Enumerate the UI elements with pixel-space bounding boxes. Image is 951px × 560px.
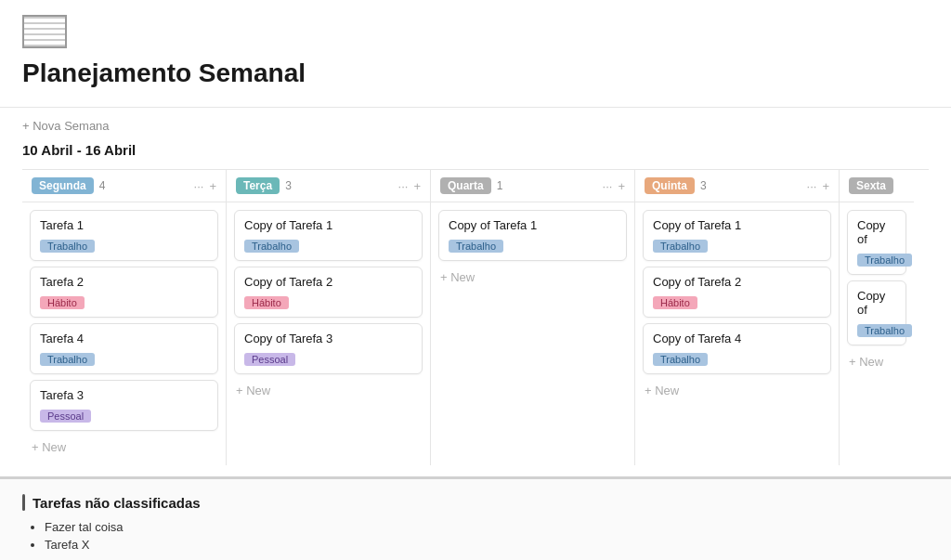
task-card[interactable]: Copy of Tarefa 2Hábito [234, 267, 423, 318]
add-new-btn-segunda[interactable]: + New [30, 436, 218, 458]
task-tag: Trabalho [857, 254, 912, 267]
add-new-btn-quinta[interactable]: + New [643, 380, 831, 401]
col-add-terça[interactable]: + [413, 179, 421, 193]
unclassified-item: Tarefa X [45, 538, 929, 552]
column-header-segunda: Segunda4···+ [22, 170, 226, 202]
task-card[interactable]: Copy of Tarefa 1Trabalho [438, 210, 627, 261]
task-tag: Hábito [244, 296, 289, 309]
column-body-quarta: Copy of Tarefa 1Trabalho+ New [431, 202, 634, 295]
task-name: Tarefa 4 [40, 332, 208, 345]
task-card[interactable]: Copy ofTrabalho [847, 280, 906, 345]
task-name: Copy of Tarefa 1 [449, 218, 617, 232]
col-add-segunda[interactable]: + [209, 179, 216, 193]
day-badge-terça: Terça [236, 177, 280, 194]
column-terça: Terça3···+Copy of Tarefa 1TrabalhoCopy o… [227, 170, 431, 465]
task-name: Copy of Tarefa 1 [244, 218, 412, 232]
column-body-segunda: Tarefa 1TrabalhoTarefa 2HábitoTarefa 4Tr… [22, 202, 226, 465]
day-count-quinta: 3 [700, 179, 801, 192]
column-header-quarta: Quarta1···+ [431, 170, 634, 202]
day-count-segunda: 4 [99, 179, 189, 192]
task-tag: Trabalho [857, 324, 912, 337]
task-tag: Trabalho [653, 353, 708, 366]
add-new-btn-sexta[interactable]: + New [847, 351, 906, 372]
col-actions-quarta: ···+ [603, 179, 625, 193]
column-body-quinta: Copy of Tarefa 1TrabalhoCopy of Tarefa 2… [635, 202, 839, 409]
add-new-btn-terça[interactable]: + New [234, 380, 423, 401]
add-week-button[interactable]: + Nova Semana [22, 119, 929, 133]
task-card[interactable]: Tarefa 3Pessoal [30, 380, 218, 431]
column-quinta: Quinta3···+Copy of Tarefa 1TrabalhoCopy … [635, 170, 840, 465]
page-title: Planejamento Semanal [22, 59, 929, 88]
task-name: Copy of [857, 218, 896, 246]
columns-container: Segunda4···+Tarefa 1TrabalhoTarefa 2Hábi… [22, 169, 929, 465]
unclassified-header: Tarefas não classificadas [22, 494, 929, 511]
task-tag: Trabalho [244, 240, 299, 253]
col-menu-terça[interactable]: ··· [398, 179, 409, 193]
page-header: Planejamento Semanal [0, 0, 951, 108]
column-header-terça: Terça3···+ [227, 170, 430, 202]
col-add-quarta[interactable]: + [618, 179, 625, 193]
task-tag: Trabalho [40, 353, 95, 366]
column-body-terça: Copy of Tarefa 1TrabalhoCopy of Tarefa 2… [227, 202, 430, 409]
task-card[interactable]: Tarefa 4Trabalho [30, 323, 218, 374]
task-name: Copy of [857, 289, 896, 317]
column-segunda: Segunda4···+Tarefa 1TrabalhoTarefa 2Hábi… [22, 170, 227, 465]
day-badge-quinta: Quinta [645, 177, 695, 194]
task-card[interactable]: Tarefa 2Hábito [30, 267, 218, 318]
task-name: Tarefa 3 [40, 388, 208, 402]
col-menu-segunda[interactable]: ··· [194, 179, 204, 193]
task-name: Copy of Tarefa 2 [653, 275, 821, 289]
column-body-sexta: Copy ofTrabalhoCopy ofTrabalho+ New [840, 202, 914, 380]
task-name: Copy of Tarefa 3 [244, 332, 412, 345]
main-content: + Nova Semana 10 Abril - 16 Abril Segund… [0, 108, 951, 476]
col-actions-terça: ···+ [398, 179, 421, 193]
task-card[interactable]: Copy of Tarefa 3Pessoal [234, 323, 423, 374]
task-card[interactable]: Tarefa 1Trabalho [30, 210, 218, 261]
task-tag: Pessoal [244, 353, 295, 366]
column-header-sexta: Sexta [840, 170, 914, 202]
day-badge-quarta: Quarta [440, 177, 491, 194]
col-actions-quinta: ···+ [807, 179, 829, 193]
day-count-quarta: 1 [497, 179, 597, 192]
bottom-section: Tarefas não classificadas Fazer tal cois… [0, 476, 951, 560]
unclassified-item: Fazer tal coisa [45, 520, 929, 534]
task-card[interactable]: Copy ofTrabalho [847, 210, 906, 275]
task-name: Tarefa 1 [40, 218, 208, 232]
task-tag: Trabalho [40, 240, 95, 253]
day-badge-segunda: Segunda [32, 177, 94, 194]
task-card[interactable]: Copy of Tarefa 4Trabalho [643, 323, 831, 374]
unclassified-list: Fazer tal coisaTarefa X [22, 520, 929, 552]
task-card[interactable]: Copy of Tarefa 1Trabalho [234, 210, 423, 261]
col-add-quinta[interactable]: + [822, 179, 829, 193]
task-name: Copy of Tarefa 4 [653, 332, 821, 345]
col-actions-segunda: ···+ [194, 179, 216, 193]
task-tag: Pessoal [40, 410, 91, 423]
page-icon [22, 15, 67, 48]
column-quarta: Quarta1···+Copy of Tarefa 1Trabalho+ New [431, 170, 635, 465]
col-menu-quarta[interactable]: ··· [603, 179, 613, 193]
task-card[interactable]: Copy of Tarefa 2Hábito [643, 267, 831, 318]
task-name: Tarefa 2 [40, 275, 208, 289]
task-name: Copy of Tarefa 1 [653, 218, 821, 232]
day-count-terça: 3 [285, 179, 392, 192]
task-tag: Trabalho [653, 240, 708, 253]
add-new-btn-quarta[interactable]: + New [438, 267, 627, 288]
task-tag: Hábito [40, 296, 85, 309]
task-tag: Hábito [653, 296, 697, 309]
day-badge-sexta: Sexta [849, 177, 893, 194]
task-card[interactable]: Copy of Tarefa 1Trabalho [643, 210, 831, 261]
column-sexta: SextaCopy ofTrabalhoCopy ofTrabalho+ New [840, 170, 914, 465]
week-label: 10 Abril - 16 Abril [22, 142, 929, 158]
task-tag: Trabalho [449, 240, 503, 253]
column-header-quinta: Quinta3···+ [635, 170, 839, 202]
col-menu-quinta[interactable]: ··· [807, 179, 817, 193]
task-name: Copy of Tarefa 2 [244, 275, 412, 289]
